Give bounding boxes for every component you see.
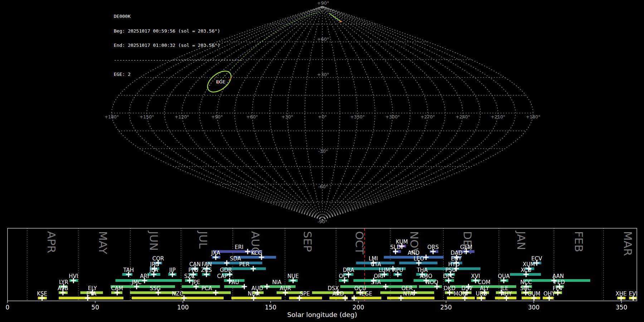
graticule-meridian [270, 6, 322, 220]
shower-label-TAH: TAH [123, 267, 134, 273]
header-separator: ----------------------------------------… [114, 58, 243, 63]
shower-label-ARI: ARI [140, 273, 149, 279]
shower-bar-GUM [522, 297, 540, 299]
shower-label-LEO: LEO [414, 255, 424, 262]
end-time: End: 20251017 01:00:32 (sol = 203.56°) [114, 43, 243, 48]
x-tick-label: 250 [440, 304, 452, 311]
shower-labels: KUMERISLDORSGEMJXAKCGANDDADCORSDALMILEOE… [37, 239, 638, 297]
shower-label-JXA: JXA [211, 250, 220, 256]
month-label-APR: APR [45, 231, 58, 253]
month-label-MAR: MAR [621, 231, 634, 256]
shower-label-ERI: ERI [235, 244, 243, 250]
shower-label-FED: FED [554, 279, 565, 286]
shower-label-ARD: ARD [332, 291, 344, 297]
shower-label-LYR: LYR [59, 279, 68, 286]
month-label-JAN: JAN [515, 230, 528, 250]
x-tick-label: 50 [91, 304, 99, 311]
longitude-label: +60° [246, 114, 258, 119]
shower-bar-JPE [182, 285, 220, 288]
shower-bar-MON [447, 297, 475, 299]
shower-label-MON: MON [454, 291, 467, 297]
shower-label-RPU: RPU [392, 267, 403, 273]
shower-label-EVI: EVI [629, 291, 638, 297]
longitude-label: +330° [350, 114, 365, 119]
x-tick-label: 200 [352, 304, 364, 311]
activity-timeline: APRMAYJUNJULAUGSEPOCTNOVDECJANFEBMARKUME… [6, 228, 638, 318]
shower-label-SLD: SLD [390, 244, 401, 250]
shower-label-STA: STA [371, 279, 381, 286]
shower-label-AAN: AAN [552, 273, 564, 279]
shower-label-XCB: XCB [521, 267, 531, 273]
shower-label-ORI: ORI [374, 273, 384, 279]
longitude-label: +90° [211, 114, 223, 119]
shower-label-AHY: AHY [501, 291, 512, 297]
shower-label-URS: URS [476, 291, 487, 297]
x-tick-label: 350 [616, 304, 627, 311]
longitude-label: +270° [420, 114, 435, 119]
meteor-radiant-screen: +90°-90°+60°+30°-30°-60°+180°+150°+120°+… [0, 0, 644, 322]
latitude-label: +60° [317, 36, 329, 42]
shower-label-JIP: JIP [169, 267, 176, 273]
shower-label-NDA: NDA [248, 291, 260, 297]
graticule-meridian [322, 6, 392, 220]
longitude-label: +0° [318, 114, 327, 119]
shower-bar-PCA [182, 291, 231, 294]
month-label-JUL: JUL [197, 230, 210, 249]
x-tick-label: 150 [265, 304, 276, 311]
longitude-label: +240° [455, 114, 470, 119]
graticule-meridian [322, 6, 410, 220]
shower-label-OHY: OHY [543, 291, 555, 297]
station-code: DE000K [114, 14, 243, 19]
month-label-FEB: FEB [572, 231, 585, 252]
shower-label-NUE: NUE [287, 273, 299, 279]
graticule-meridian [322, 6, 516, 220]
shower-label-LUM: LUM [379, 267, 390, 273]
shower-label-AMO: AMO [420, 273, 432, 279]
shower-label-JMC: JMC [131, 279, 142, 286]
longitude-label: +180° [526, 114, 541, 119]
shower-label-SZC: SZC [184, 273, 195, 279]
shower-label-XHE: XHE [616, 291, 627, 297]
shower-label-COM: COM [478, 279, 491, 286]
shower-label-GUM: GUM [528, 291, 541, 297]
observation-header: DE000K Beg: 20251017 00:59:56 (sol = 203… [114, 4, 243, 87]
begin-time: Beg: 20251017 00:59:56 (sol = 203.56°) [114, 29, 243, 34]
x-axis-title: Solar longitude (deg) [287, 311, 357, 318]
shower-label-QUA: QUA [498, 273, 510, 279]
shower-label-ZCS: ZCS [201, 267, 212, 273]
shower-label-NTA: NTA [403, 291, 414, 297]
longitude-label: +30° [282, 114, 293, 119]
longitude-label: +300° [385, 114, 400, 119]
sky-map-and-timeline: +90°-90°+60°+30°-30°-60°+180°+150°+120°+… [0, 0, 644, 322]
shower-bar-ARI [116, 279, 182, 282]
shower-label-HVI: HVI [69, 273, 78, 279]
shower-bar-NDA [231, 297, 282, 299]
shower-label-GDR: GDR [220, 267, 232, 273]
shower-bar-SSG [130, 291, 176, 294]
shower-label-ETA: ETA [86, 291, 96, 297]
shower-label-THA: THA [416, 267, 428, 273]
graticule-meridian [322, 6, 445, 220]
shower-label-NZC: NZC [172, 291, 184, 297]
shower-label-SSG: SSG [150, 285, 161, 292]
shower-label-NOO: NOO [426, 279, 438, 286]
shower-bar-SDA [207, 262, 262, 264]
shower-label-AVB: AVB [58, 285, 68, 292]
shower-bar-NTA [387, 297, 434, 299]
latitude-label: -30° [318, 148, 328, 154]
shower-label-CAM: CAM [111, 285, 123, 292]
shower-label-DRA: DRA [343, 267, 354, 273]
graticule-meridian [252, 6, 322, 220]
shower-label-AUR: AUR [280, 285, 291, 292]
pole-label-south: -90° [317, 219, 327, 224]
shower-label-PER: PER [239, 261, 249, 268]
month-label-SEP: SEP [301, 231, 314, 252]
x-tick-label: 0 [6, 304, 10, 311]
latitude-label: -60° [318, 184, 328, 189]
shower-count: EGE: 2 [114, 72, 243, 77]
shower-label-DPC: DPC [443, 273, 454, 279]
x-tick-label: 100 [177, 304, 189, 311]
pole-label-north: +90° [317, 0, 329, 6]
longitude-label: +180° [104, 114, 119, 119]
shower-bar-AUR [277, 291, 303, 294]
